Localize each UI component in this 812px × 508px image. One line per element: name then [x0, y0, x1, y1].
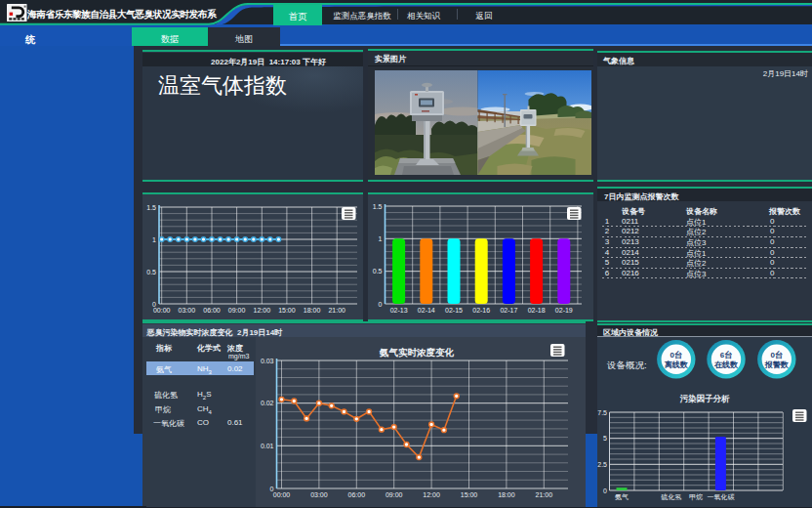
- svg-text:0.5: 0.5: [373, 268, 383, 275]
- svg-text:0: 0: [603, 487, 607, 494]
- svg-text:0.5: 0.5: [146, 269, 156, 275]
- svg-text:2.5: 2.5: [597, 461, 607, 468]
- svg-text:06:00: 06:00: [203, 307, 221, 314]
- svg-text:15:00: 15:00: [461, 491, 478, 498]
- svg-text:0: 0: [379, 301, 383, 308]
- svg-text:硫化氢: 硫化氢: [661, 493, 682, 501]
- svg-text:02-15: 02-15: [445, 307, 463, 314]
- svg-text:18:00: 18:00: [498, 491, 515, 498]
- svg-text:02-13: 02-13: [390, 307, 408, 314]
- svg-text:12:00: 12:00: [254, 307, 271, 314]
- svg-text:03:00: 03:00: [179, 307, 196, 314]
- svg-text:离线数: 离线数: [665, 360, 689, 369]
- svg-text:报警数: 报警数: [764, 360, 790, 369]
- svg-text:0台: 0台: [670, 350, 682, 360]
- svg-text:1.5: 1.5: [373, 203, 383, 210]
- svg-text:15:00: 15:00: [278, 307, 296, 314]
- svg-text:1.5: 1.5: [146, 204, 156, 211]
- svg-text:1: 1: [152, 236, 156, 243]
- svg-text:5: 5: [603, 435, 607, 442]
- svg-text:02-16: 02-16: [472, 307, 490, 314]
- svg-text:21:00: 21:00: [536, 491, 553, 498]
- svg-text:氨气: 氨气: [615, 493, 629, 500]
- svg-text:02-19: 02-19: [555, 307, 573, 314]
- svg-text:0.02: 0.02: [261, 400, 274, 406]
- svg-text:氨气实时浓度变化: 氨气实时浓度变化: [379, 347, 455, 358]
- svg-text:0.01: 0.01: [261, 443, 274, 449]
- svg-text:0台: 0台: [771, 350, 783, 360]
- svg-text:00:00: 00:00: [153, 307, 171, 314]
- svg-text:02-14: 02-14: [418, 307, 435, 314]
- svg-text:一氧化碳: 一氧化碳: [707, 493, 734, 501]
- svg-text:7.5: 7.5: [597, 409, 607, 416]
- svg-text:00:00: 00:00: [273, 491, 291, 498]
- svg-text:03:00: 03:00: [310, 491, 328, 498]
- svg-text:09:00: 09:00: [386, 491, 403, 498]
- svg-text:在线数: 在线数: [713, 360, 739, 369]
- svg-text:18:00: 18:00: [304, 307, 321, 314]
- svg-text:12:00: 12:00: [423, 491, 440, 498]
- svg-text:6台: 6台: [720, 350, 732, 360]
- svg-text:09:00: 09:00: [228, 307, 246, 314]
- svg-text:02-17: 02-17: [500, 307, 517, 314]
- svg-text:21:00: 21:00: [328, 307, 345, 314]
- svg-text:0.03: 0.03: [261, 358, 274, 364]
- svg-text:02-18: 02-18: [528, 307, 546, 314]
- svg-text:甲烷: 甲烷: [689, 493, 703, 501]
- svg-text:06:00: 06:00: [348, 491, 366, 498]
- svg-text:1: 1: [379, 235, 383, 242]
